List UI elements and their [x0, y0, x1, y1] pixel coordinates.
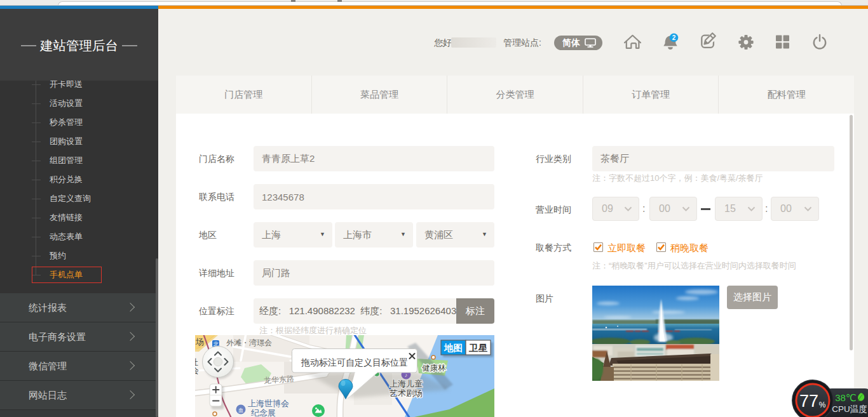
svg-text:社: 社 — [195, 357, 198, 367]
svg-text:场: 场 — [195, 337, 204, 347]
svg-text:%: % — [819, 400, 826, 409]
svg-text:外滩・湾璟会: 外滩・湾璟会 — [226, 338, 272, 347]
svg-text:地图: 地图 — [444, 343, 463, 353]
svg-text:拖动标注可自定义目标位置: 拖动标注可自定义目标位置 — [301, 357, 408, 367]
svg-text:纪念展: 纪念展 — [251, 408, 276, 417]
svg-text:2: 2 — [672, 34, 676, 41]
svg-text:健康林: 健康林 — [422, 364, 446, 373]
svg-text:77: 77 — [799, 392, 818, 411]
svg-text:CPU温度: CPU温度 — [832, 404, 867, 414]
svg-text:38℃: 38℃ — [835, 392, 857, 403]
svg-text:血: 血 — [238, 407, 243, 413]
svg-text:上海世博会: 上海世博会 — [248, 399, 289, 408]
svg-text:会: 会 — [195, 366, 199, 375]
svg-text:卫星: 卫星 — [468, 343, 488, 353]
